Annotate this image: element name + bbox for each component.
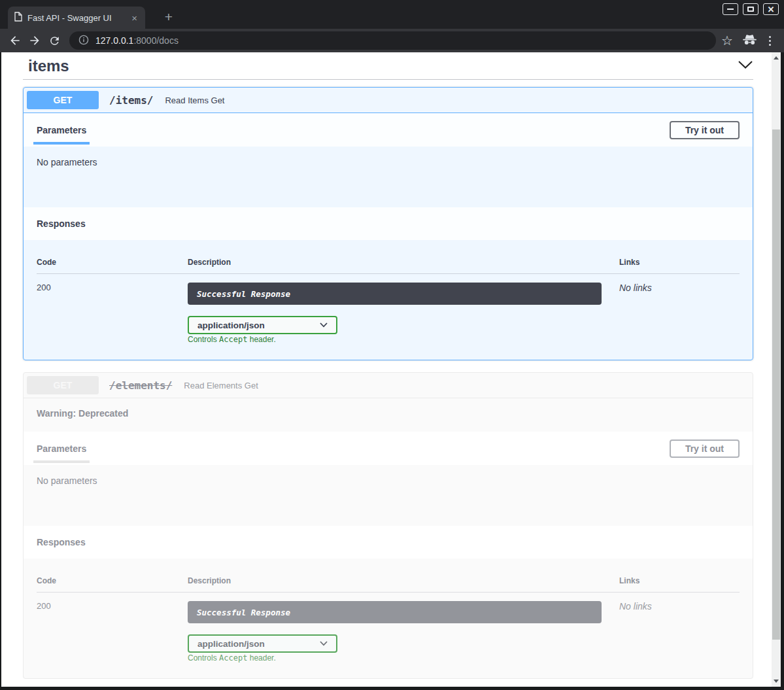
no-parameters-text: No parameters xyxy=(24,465,753,526)
no-links-text: No links xyxy=(619,283,740,344)
responses-title: Responses xyxy=(37,218,86,229)
tag-section-items[interactable]: items xyxy=(23,52,753,80)
parameters-tab[interactable]: Parameters xyxy=(37,443,86,454)
endpoint-path: /items/ xyxy=(99,94,160,107)
scrollbar-down-icon[interactable] xyxy=(774,680,779,683)
controls-accept-note: Controls Accept header. xyxy=(188,335,276,344)
response-description-cell: Successful Response application/json Con… xyxy=(188,601,619,663)
no-parameters-text: No parameters xyxy=(24,147,753,207)
opblock-get-items: GET /items/ Read Items Get Parameters Tr… xyxy=(23,87,753,360)
deprecated-warning: Warning: Deprecated xyxy=(24,398,753,432)
chevron-down-icon[interactable] xyxy=(738,60,753,72)
toolbar-right-icons: ☆ xyxy=(721,33,779,48)
no-links-text: No links xyxy=(619,601,740,663)
media-type-value: application/json xyxy=(197,639,265,649)
new-tab-button[interactable]: + xyxy=(160,8,178,26)
response-description: Successful Response xyxy=(188,601,602,623)
responses-table-header: Code Description Links xyxy=(37,250,740,274)
responses-table: Code Description Links 200 Successful Re… xyxy=(24,240,753,360)
menu-dots-icon[interactable] xyxy=(766,33,774,48)
maximize-button[interactable] xyxy=(743,3,758,15)
status-code: 200 xyxy=(37,283,188,344)
back-icon[interactable] xyxy=(5,31,25,50)
address-bar[interactable]: 127.0.0.1:8000/docs xyxy=(69,31,716,50)
col-description: Description xyxy=(188,576,619,585)
minimize-button[interactable] xyxy=(723,3,738,15)
window-controls: ✕ xyxy=(723,3,779,15)
url-path: :8000/docs xyxy=(133,35,179,46)
swagger-page: items GET /items/ Read Items Get Paramet… xyxy=(1,52,772,687)
select-chevron-icon xyxy=(320,641,328,646)
parameters-header: Parameters Try it out xyxy=(24,113,753,147)
incognito-icon[interactable] xyxy=(742,34,757,48)
responses-header: Responses xyxy=(24,526,753,559)
responses-table: Code Description Links 200 Successful Re… xyxy=(24,559,753,678)
status-code: 200 xyxy=(37,601,188,663)
response-row: 200 Successful Response application/json… xyxy=(37,274,740,344)
url-text: 127.0.0.1:8000/docs xyxy=(95,35,179,46)
parameters-header: Parameters Try it out xyxy=(24,432,753,465)
endpoint-path: /elements/ xyxy=(99,379,179,392)
response-description-cell: Successful Response application/json Con… xyxy=(188,283,619,344)
close-button[interactable]: ✕ xyxy=(763,3,779,15)
reload-icon[interactable] xyxy=(44,31,64,50)
try-it-out-button[interactable]: Try it out xyxy=(670,440,740,458)
scrollbar-up-icon[interactable] xyxy=(774,56,779,60)
responses-table-header: Code Description Links xyxy=(37,568,740,593)
col-links: Links xyxy=(619,576,740,585)
select-chevron-icon xyxy=(320,322,328,328)
parameters-tab[interactable]: Parameters xyxy=(37,125,86,135)
response-description: Successful Response xyxy=(188,283,602,305)
tag-title: items xyxy=(28,57,69,75)
col-description: Description xyxy=(188,258,619,267)
browser-tab[interactable]: Fast API - Swagger UI × xyxy=(8,7,145,29)
col-links: Links xyxy=(619,258,740,267)
method-badge: GET xyxy=(27,376,99,394)
browser-titlebar: Fast API - Swagger UI × + ✕ xyxy=(0,0,784,29)
url-host: 127.0.0.1 xyxy=(95,35,133,46)
col-code: Code xyxy=(37,576,188,585)
bookmark-star-icon[interactable]: ☆ xyxy=(721,34,733,47)
endpoint-summary: Read Items Get xyxy=(160,95,224,105)
scrollbar-thumb[interactable] xyxy=(772,129,780,640)
page-scrollbar[interactable] xyxy=(772,52,781,687)
responses-header: Responses xyxy=(24,207,753,240)
document-icon xyxy=(14,12,22,24)
site-info-icon[interactable] xyxy=(78,35,89,47)
forward-icon[interactable] xyxy=(25,31,44,50)
opblock-summary[interactable]: GET /elements/ Read Elements Get xyxy=(24,373,753,398)
media-type-select[interactable]: application/json xyxy=(188,634,337,653)
responses-title: Responses xyxy=(37,537,86,547)
media-type-select[interactable]: application/json xyxy=(188,316,337,334)
media-type-value: application/json xyxy=(197,320,265,330)
response-row: 200 Successful Response application/json… xyxy=(37,593,740,663)
opblock-summary[interactable]: GET /items/ Read Items Get xyxy=(24,88,753,113)
try-it-out-button[interactable]: Try it out xyxy=(670,121,740,139)
opblock-get-elements-deprecated: GET /elements/ Read Elements Get Warning… xyxy=(23,372,753,679)
tab-close-icon[interactable]: × xyxy=(130,13,139,23)
browser-window: Fast API - Swagger UI × + ✕ 127.0.0.1:80… xyxy=(0,0,784,690)
tab-title: Fast API - Swagger UI xyxy=(27,13,125,23)
browser-toolbar: 127.0.0.1:8000/docs ☆ xyxy=(0,29,784,52)
col-code: Code xyxy=(37,258,188,267)
endpoint-summary: Read Elements Get xyxy=(179,381,258,390)
method-badge: GET xyxy=(27,91,99,109)
controls-accept-note: Controls Accept header. xyxy=(188,653,276,663)
